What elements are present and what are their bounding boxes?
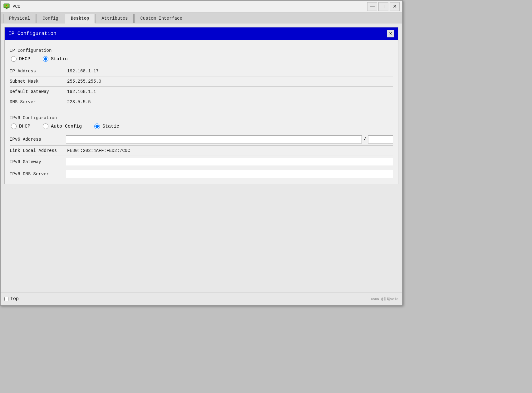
svg-rect-3 <box>5 9 8 9</box>
ipv6-dhcp-radio[interactable] <box>11 124 17 129</box>
maximize-button[interactable]: □ <box>378 2 388 11</box>
tab-config[interactable]: Config <box>37 14 64 23</box>
ipv6-gateway-input[interactable] <box>66 158 393 166</box>
bottom-bar: Top CSDN @甘晴void <box>1 293 402 305</box>
ip-address-row: IP Address <box>10 66 393 76</box>
watermark: CSDN @甘晴void <box>371 297 398 301</box>
ipv6-dhcp-option[interactable]: DHCP <box>11 124 30 129</box>
main-window: PC0 — □ ✕ Physical Config Desktop Attrib… <box>0 0 403 306</box>
ipv6-address-row: IPv6 Address / <box>10 133 393 146</box>
ipv6-gateway-row: IPv6 Gateway <box>10 156 393 168</box>
ipv6-section-title: IPv6 Configuration <box>10 115 393 120</box>
static-radio[interactable] <box>43 56 48 62</box>
ipv6-dhcp-label: DHCP <box>19 124 30 129</box>
tab-attributes[interactable]: Attributes <box>96 14 134 23</box>
ipv6-static-option[interactable]: Static <box>94 124 119 129</box>
link-local-value: FE80::202:4AFF:FED2:7C0C <box>66 148 393 154</box>
ipv6-dns-label: IPv6 DNS Server <box>10 172 66 177</box>
ip-address-label: IP Address <box>10 69 66 74</box>
default-gateway-label: Default Gateway <box>10 89 66 94</box>
ipv6-autoconfig-option[interactable]: Auto Config <box>43 124 82 129</box>
ipv6-section: IPv6 Configuration DHCP Auto Config <box>10 115 393 180</box>
static-option[interactable]: Static <box>43 56 68 62</box>
content-area: IP Configuration X IP Configuration DHCP <box>1 23 402 297</box>
ipv6-static-radio[interactable] <box>94 124 100 129</box>
link-local-label: Link Local Address <box>10 148 66 153</box>
minimize-button[interactable]: — <box>367 2 377 11</box>
default-gateway-row: Default Gateway <box>10 87 393 97</box>
ipv4-section-title: IP Configuration <box>10 48 393 53</box>
ip-address-input[interactable] <box>66 68 393 74</box>
title-bar-left: PC0 <box>3 3 20 10</box>
ipv6-gateway-label: IPv6 Gateway <box>10 159 66 164</box>
ip-config-panel: IP Configuration X IP Configuration DHCP <box>4 27 398 184</box>
title-bar: PC0 — □ ✕ <box>1 1 402 12</box>
dns-server-input[interactable] <box>66 99 393 105</box>
panel-title: IP Configuration <box>8 31 57 36</box>
window-close-button[interactable]: ✕ <box>390 2 400 11</box>
ipv4-section: IP Configuration DHCP Static <box>10 44 393 110</box>
window-title: PC0 <box>12 4 20 9</box>
dhcp-label: DHCP <box>19 56 30 62</box>
tab-bar: Physical Config Desktop Attributes Custo… <box>1 12 402 23</box>
ipv6-address-input-group: / <box>66 135 393 143</box>
static-label: Static <box>51 56 68 62</box>
ipv6-slash: / <box>362 137 368 142</box>
ipv6-static-label: Static <box>102 124 119 129</box>
dhcp-radio[interactable] <box>11 56 17 62</box>
panel-header: IP Configuration X <box>5 27 398 40</box>
tab-custom-interface[interactable]: Custom Interface <box>134 14 188 23</box>
pc-icon <box>3 3 10 10</box>
default-gateway-input[interactable] <box>66 89 393 95</box>
ipv6-dns-row: IPv6 DNS Server <box>10 168 393 180</box>
ipv6-prefix-input[interactable] <box>368 135 393 143</box>
panel-body: IP Configuration DHCP Static <box>5 40 398 184</box>
top-label: Top <box>10 296 19 302</box>
ipv6-address-input[interactable] <box>66 135 362 143</box>
ipv6-autoconfig-radio[interactable] <box>43 124 48 129</box>
dns-server-label: DNS Server <box>10 99 66 104</box>
panel-close-button[interactable]: X <box>387 30 394 37</box>
dhcp-option[interactable]: DHCP <box>11 56 30 62</box>
tab-desktop[interactable]: Desktop <box>65 14 95 23</box>
ipv6-address-label: IPv6 Address <box>10 137 66 142</box>
ipv6-dns-input[interactable] <box>66 170 393 178</box>
ipv6-radio-row: DHCP Auto Config Static <box>10 124 393 129</box>
subnet-mask-input[interactable] <box>66 78 393 85</box>
top-checkbox[interactable] <box>4 297 8 301</box>
dns-server-row: DNS Server <box>10 97 393 107</box>
title-bar-controls: — □ ✕ <box>367 2 400 11</box>
subnet-mask-row: Subnet Mask <box>10 76 393 87</box>
subnet-mask-label: Subnet Mask <box>10 79 66 84</box>
top-checkbox-area: Top <box>4 296 19 302</box>
link-local-row: Link Local Address FE80::202:4AFF:FED2:7… <box>10 146 393 156</box>
svg-rect-2 <box>6 8 7 9</box>
ipv6-autoconfig-label: Auto Config <box>51 124 82 129</box>
tab-physical[interactable]: Physical <box>3 14 36 23</box>
ipv4-radio-row: DHCP Static <box>10 56 393 62</box>
